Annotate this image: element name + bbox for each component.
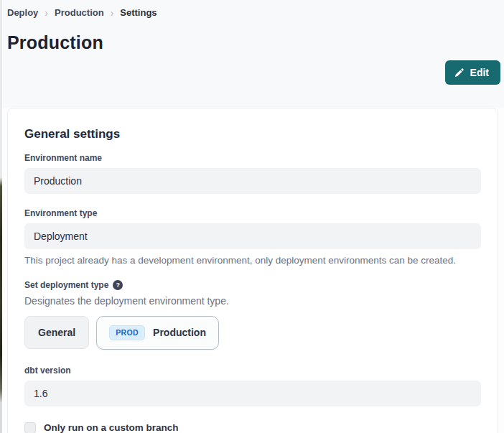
deployment-type-label-row: Set deployment type ? [24,280,481,290]
prod-badge: PROD [109,325,145,340]
help-icon[interactable]: ? [113,280,123,290]
page-header: Deploy › Production › Settings Productio… [0,0,504,108]
environment-name-field: Environment name Production [24,153,481,194]
deployment-type-label: Set deployment type [24,280,108,290]
chevron-right-icon: › [45,8,48,18]
deployment-type-option-production[interactable]: PROD Production [96,316,219,350]
breadcrumb-item-settings[interactable]: Settings [120,7,157,18]
environment-name-label: Environment name [24,153,481,163]
breadcrumb-item-deploy[interactable]: Deploy [7,7,38,18]
breadcrumb: Deploy › Production › Settings [7,0,504,18]
environment-name-input[interactable]: Production [24,168,481,194]
environment-type-helper-text: This project already has a development e… [24,255,481,266]
environment-type-input[interactable]: Deployment [24,223,481,249]
chevron-right-icon: › [111,8,114,18]
section-title: General settings [24,127,481,141]
deployment-type-options: General PROD Production [24,316,481,350]
custom-branch-label: Only run on a custom branch [44,422,179,433]
breadcrumb-item-production[interactable]: Production [55,7,104,18]
deployment-type-field: Set deployment type ? Designates the dep… [24,280,481,350]
deployment-type-option-general-label: General [38,327,75,338]
deployment-type-option-production-label: Production [153,327,206,338]
custom-branch-checkbox[interactable] [24,422,36,433]
dbt-version-field: dbt version 1.6 [24,366,481,406]
dbt-version-input[interactable]: 1.6 [24,381,481,406]
general-settings-card: General settings Environment name Produc… [7,108,498,433]
edit-button-label: Edit [470,67,489,78]
deployment-type-option-general[interactable]: General [24,316,89,349]
environment-type-field: Environment type Deployment This project… [24,208,481,266]
environment-type-label: Environment type [24,208,481,218]
edit-button[interactable]: Edit [445,60,500,85]
dbt-version-label: dbt version [24,366,481,376]
left-edge-strip [0,0,2,433]
pencil-icon [454,67,465,78]
deployment-type-description: Designates the deployment environment ty… [24,295,481,307]
custom-branch-row: Only run on a custom branch [24,422,481,433]
page-title: Production [7,32,504,53]
